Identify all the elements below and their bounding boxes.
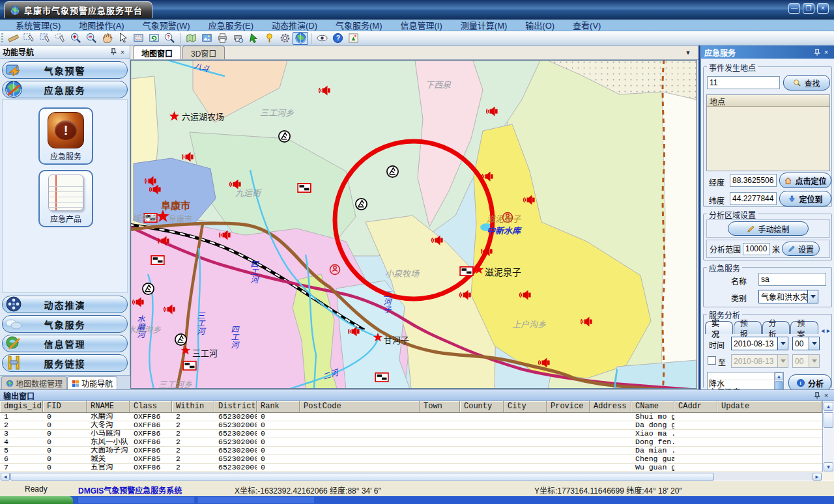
pin-icon[interactable] (109, 48, 118, 57)
combo-arrow-icon[interactable] (807, 290, 818, 303)
column-header[interactable]: RNAME (87, 401, 130, 413)
flag-icon[interactable] (151, 256, 164, 264)
image-scene-icon[interactable] (199, 32, 214, 45)
menu-item-measure[interactable]: 测量计算(M) (452, 19, 517, 31)
restore-button[interactable]: ❐ (803, 3, 814, 14)
tab-analysis[interactable]: 分析 (762, 321, 790, 334)
identify-icon[interactable]: ? (162, 32, 177, 45)
zoom-out-icon[interactable] (83, 32, 99, 45)
zoom-in-icon[interactable] (68, 32, 83, 45)
longitude-input[interactable] (730, 174, 777, 187)
accordion-service-links[interactable]: 服务链接 (2, 354, 128, 372)
refresh-icon[interactable] (146, 32, 162, 45)
locate-to-button[interactable]: 定位到 (779, 191, 831, 206)
to-checkbox[interactable] (708, 356, 716, 365)
flag-icon[interactable] (375, 373, 388, 382)
table-row[interactable]: 10水磨沟OXFF8626523020000Shui mo gou (0, 413, 822, 421)
taskbar-item[interactable] (77, 497, 194, 503)
column-header[interactable]: Within (172, 401, 214, 413)
tab-scroll-right-icon[interactable]: ► (826, 328, 831, 334)
flag-icon[interactable] (298, 184, 311, 192)
range-input[interactable] (743, 243, 770, 255)
hour-combo[interactable]: 00 (792, 337, 820, 350)
hour-to-combo[interactable]: 00 (792, 354, 820, 368)
pin-icon[interactable] (812, 48, 822, 57)
tab-function-navigation[interactable]: 功能导航 (67, 376, 117, 389)
tab-3d-window[interactable]: 3D窗口 (182, 46, 225, 59)
column-header[interactable]: CAddr (674, 401, 717, 413)
set-range-button[interactable]: 设置 (782, 242, 820, 256)
menu-item-map-ops[interactable]: 地图操作(A) (70, 19, 133, 31)
column-header[interactable]: Town (420, 401, 460, 413)
accordion-weather-service[interactable]: 气象服务 (2, 315, 128, 333)
search-button[interactable]: 查找 (783, 75, 830, 91)
green-arrow-icon[interactable] (246, 32, 261, 45)
pointer-icon[interactable] (115, 32, 130, 45)
click-locate-button[interactable]: 点击定位 (779, 173, 831, 188)
column-header[interactable]: Update (717, 401, 822, 413)
eye-icon[interactable] (314, 32, 330, 45)
close-panel-icon[interactable]: × (822, 391, 831, 400)
table-row[interactable]: 50大面场子沟OXFF8626523020000Da mian ... (0, 447, 822, 455)
column-header[interactable]: District (214, 401, 257, 413)
emergency-product-button[interactable]: 应急产品 (38, 170, 93, 227)
date-to-combo[interactable]: 2010-08-13 (731, 354, 788, 368)
select-lasso-icon[interactable] (52, 32, 68, 45)
pan-hand-icon[interactable] (99, 32, 115, 45)
flag-icon[interactable] (460, 267, 473, 275)
map-layers-icon[interactable] (183, 32, 199, 45)
print-icon[interactable] (214, 32, 230, 45)
column-header[interactable]: Class (130, 401, 172, 413)
emergency-service-button[interactable]: ! 应急服务 (38, 107, 93, 165)
globe-tool-icon[interactable] (293, 32, 308, 45)
start-button[interactable] (0, 496, 73, 504)
column-header[interactable]: PostCode (300, 401, 420, 413)
close-panel-icon[interactable]: × (118, 48, 127, 57)
menu-item-weather-service[interactable]: 气象服务(M) (326, 19, 392, 31)
service-type-combo[interactable]: 气象和洪水灾害 (758, 290, 818, 303)
os-taskbar[interactable] (0, 496, 834, 504)
column-header[interactable]: FID (43, 401, 87, 413)
accordion-emergency-service[interactable]: 应急服务 (2, 81, 128, 98)
accordion-dynamic-deduction[interactable]: 动态推演 (2, 296, 128, 313)
menu-item-dynamic[interactable]: 动态推演(D) (263, 19, 326, 31)
close-button[interactable]: × (817, 3, 829, 14)
flag-icon[interactable] (183, 361, 196, 370)
table-row[interactable]: 70五官沟OXFF8626523020000Wu guan gou (0, 464, 822, 472)
latitude-input[interactable] (730, 192, 777, 205)
tab-map-data-management[interactable]: 地图数据管理 (1, 376, 67, 389)
station-icon[interactable] (356, 199, 367, 210)
help-icon[interactable]: ? (330, 32, 345, 45)
menu-item-info[interactable]: 信息管理(I) (392, 19, 452, 31)
tab-map-window[interactable]: 地图窗口 (133, 46, 181, 59)
menu-item-output[interactable]: 输出(O) (516, 19, 564, 31)
combo-arrow-icon[interactable] (809, 337, 819, 350)
accordion-weather-warning[interactable]: 气象预警 (2, 61, 128, 79)
table-row[interactable]: 30小马厩沟OXFF8626523020000Xiao ma ... (0, 430, 822, 438)
menu-item-view[interactable]: 查看(V) (564, 19, 610, 31)
column-header[interactable]: Rank (257, 401, 300, 413)
station-icon[interactable] (175, 334, 186, 345)
export-image-icon[interactable] (345, 32, 361, 45)
station-icon[interactable] (143, 283, 154, 294)
close-panel-icon[interactable]: × (822, 48, 831, 57)
placemark-icon[interactable] (261, 32, 277, 45)
table-row[interactable]: 40东风一小队OXFF8626523020000Dong fen... (0, 438, 822, 447)
full-extent-icon[interactable] (130, 32, 146, 45)
location-list[interactable]: 地点 (706, 94, 830, 171)
horizontal-scrollbar[interactable]: ◄ ► (0, 472, 822, 481)
map-svg[interactable]: 八斗 六运湖农场 三工河乡 下西泉 阜康市 城关镇 阜康市 九运街 小泉牧场 滋… (131, 61, 697, 389)
taskbar-item[interactable] (197, 497, 314, 503)
column-header[interactable]: Provice (547, 401, 590, 413)
map-canvas[interactable]: 八斗 六运湖农场 三工河乡 下西泉 阜康市 城关镇 阜康市 九运街 小泉牧场 滋… (130, 60, 697, 389)
location-search-input[interactable] (707, 76, 780, 89)
print-preview-icon[interactable] (230, 32, 246, 45)
column-header[interactable]: CName (631, 401, 674, 413)
select-cursor-icon[interactable] (21, 32, 36, 45)
station-icon[interactable] (387, 166, 398, 177)
tab-live[interactable]: 实况 (705, 321, 733, 334)
settings-gear-icon[interactable] (277, 32, 293, 45)
tab-forecast[interactable]: 预报 (734, 321, 762, 334)
tab-scroll-left-icon[interactable]: ◄ (820, 328, 826, 334)
menu-item-weather-warning[interactable]: 气象预警(W) (134, 19, 199, 31)
